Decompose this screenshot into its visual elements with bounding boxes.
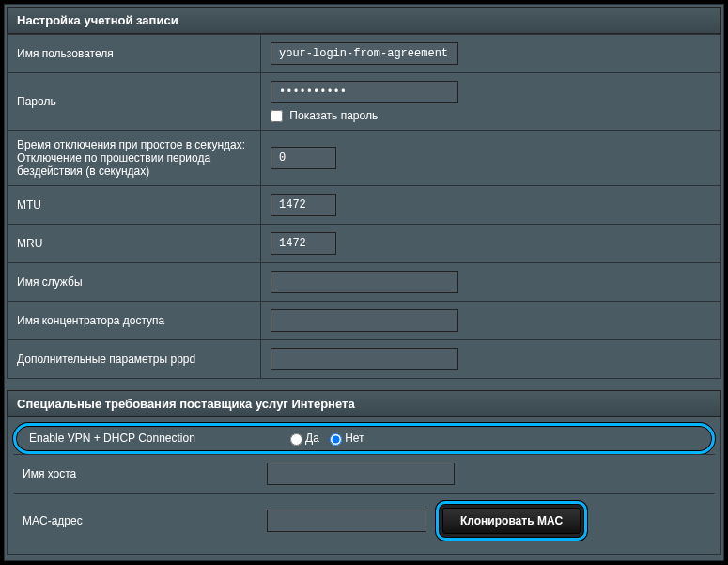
vpn-yes-label: Да <box>305 432 319 445</box>
pppd-input[interactable] <box>271 348 458 370</box>
concentrator-input[interactable] <box>271 309 458 332</box>
clone-mac-highlight: Клонировать MAC <box>436 501 587 541</box>
hostname-label: Имя хоста <box>23 467 267 480</box>
mru-label: MRU <box>8 225 261 263</box>
vpn-dhcp-highlight: Enable VPN + DHCP Connection Да Нет <box>13 423 715 453</box>
clone-mac-button[interactable]: Клонировать MAC <box>442 508 581 534</box>
vpn-no-label: Нет <box>345 432 364 445</box>
idle-input[interactable] <box>271 147 336 169</box>
concentrator-label: Имя концентратора доступа <box>8 302 261 340</box>
mac-label: MAC-адрес <box>23 514 267 527</box>
service-label: Имя службы <box>8 263 261 302</box>
isp-body: Enable VPN + DHCP Connection Да Нет Имя … <box>7 417 721 554</box>
isp-section-header: Специальные требования поставщика услуг … <box>7 390 721 417</box>
account-section-header: Настройка учетной записи <box>7 7 721 34</box>
mru-input[interactable] <box>271 232 336 255</box>
password-input[interactable] <box>271 81 458 103</box>
account-form-table: Имя пользователя Пароль Показать пароль … <box>7 34 721 379</box>
mac-input[interactable] <box>267 510 426 532</box>
vpn-label: Enable VPN + DHCP Connection <box>29 432 283 445</box>
vpn-yes-radio[interactable] <box>290 433 302 446</box>
hostname-input[interactable] <box>267 463 455 485</box>
show-password-label: Показать пароль <box>289 109 378 122</box>
show-password-checkbox[interactable] <box>271 110 283 122</box>
username-input[interactable] <box>271 42 458 65</box>
service-input[interactable] <box>271 271 458 293</box>
mtu-input[interactable] <box>271 194 336 216</box>
mtu-label: MTU <box>8 186 261 225</box>
username-label: Имя пользователя <box>8 35 261 73</box>
vpn-no-radio[interactable] <box>330 433 342 446</box>
idle-label: Время отключения при простое в секундах:… <box>8 131 261 186</box>
pppd-label: Дополнительные параметры pppd <box>8 340 261 379</box>
password-label: Пароль <box>8 73 261 131</box>
